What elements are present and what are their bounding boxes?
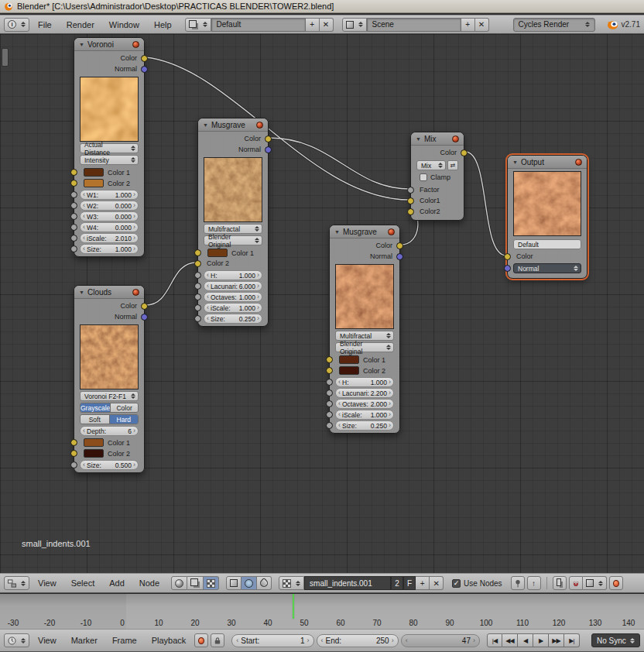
node-musgrave-1[interactable]: ▼ Musgrave Color Normal Multifractal Ble… (197, 118, 269, 327)
menu-render[interactable]: Render (60, 15, 101, 33)
start-frame-field[interactable]: ‹ Start: 1 › (231, 634, 313, 647)
color1-swatch[interactable] (207, 249, 228, 257)
increment-arrow-icon[interactable]: › (257, 282, 259, 290)
browse-texture-button[interactable] (279, 576, 304, 590)
menu-view[interactable]: View (32, 630, 63, 651)
menu-node[interactable]: Node (133, 574, 166, 592)
slider-octaves[interactable]: ‹ Octaves: 2.000 › (335, 399, 394, 409)
slider-size[interactable]: ‹ Size: 1.000 › (80, 244, 139, 254)
socket-lacunarity-input[interactable] (326, 389, 333, 396)
play-button[interactable]: ▶ (533, 633, 549, 647)
output-name-field[interactable]: Default (513, 239, 581, 249)
timeline-region[interactable]: -30 -20 -10 0 10 20 30 40 50 60 70 80 90… (0, 593, 644, 629)
increment-arrow-icon[interactable]: › (389, 400, 391, 408)
collapse-icon[interactable]: ▼ (79, 42, 84, 47)
increment-arrow-icon[interactable]: › (133, 234, 135, 242)
add-scene-button[interactable]: + (461, 18, 475, 32)
normal-dropdown[interactable]: Normal (513, 263, 581, 273)
use-nodes-row[interactable]: ✓ Use Nodes (452, 579, 502, 588)
pin-button[interactable] (511, 576, 525, 590)
decrement-arrow-icon[interactable]: ‹ (83, 427, 85, 435)
socket-color1-input[interactable] (326, 356, 333, 363)
noise-basis-dropdown[interactable]: Blender Original (204, 235, 262, 245)
increment-arrow-icon[interactable]: › (133, 212, 135, 221)
socket-normal-output[interactable] (396, 253, 403, 260)
socket-color2-input[interactable] (70, 450, 77, 457)
socket-lacunarity-input[interactable] (194, 283, 201, 290)
node-header[interactable]: ▼ Musgrave (330, 225, 399, 238)
editor-type-button[interactable]: i (4, 18, 29, 32)
unlink-texture-button[interactable]: ✕ (430, 576, 444, 590)
menu-playback[interactable]: Playback (146, 630, 193, 651)
increment-arrow-icon[interactable]: › (389, 421, 391, 430)
node-editor-canvas[interactable]: ▼ Voronoi Color Normal Actual Distance I… (0, 34, 644, 573)
brush-textures-button[interactable] (257, 576, 272, 590)
close-scene-button[interactable]: ✕ (475, 18, 489, 32)
collapse-icon[interactable]: ▼ (79, 290, 84, 295)
slider-w4[interactable]: ‹ W4: 0.000 › (80, 222, 139, 232)
socket-color-output[interactable] (396, 242, 403, 249)
menu-add[interactable]: Add (103, 574, 131, 592)
editor-type-button[interactable] (4, 633, 29, 647)
color2-swatch[interactable] (84, 449, 104, 458)
socket-color1-input[interactable] (70, 169, 77, 176)
texture-name-field[interactable]: small_indents.001 (304, 576, 391, 590)
collapse-icon[interactable]: ▼ (203, 122, 208, 128)
decrement-arrow-icon[interactable]: ‹ (83, 201, 85, 210)
slider-h[interactable]: ‹ H: 1.000 › (335, 377, 394, 387)
socket-factor-input[interactable] (407, 187, 414, 194)
increment-arrow-icon[interactable]: › (133, 461, 135, 469)
noise-basis-dropdown[interactable]: Voronoi F2-F1 (80, 391, 139, 401)
socket-h-input[interactable] (326, 379, 333, 386)
editor-type-button[interactable] (4, 576, 29, 590)
jump-to-end-button[interactable]: ▶| (564, 633, 580, 647)
increment-arrow-icon[interactable]: › (389, 378, 391, 386)
collapse-icon[interactable]: ▼ (416, 136, 421, 142)
increment-arrow-icon[interactable]: › (133, 201, 135, 210)
slider-w3[interactable]: ‹ W3: 0.000 › (80, 211, 139, 221)
browse-layouts-button[interactable] (185, 18, 211, 32)
blend-mode-dropdown[interactable]: Mix (416, 160, 446, 170)
coloring-dropdown[interactable]: Intensity (80, 155, 139, 165)
node-mix[interactable]: ▼ Mix Color Mix ⇄ Clamp Factor Color1 Co… (410, 132, 464, 221)
next-keyframe-button[interactable]: ▶▶ (549, 633, 564, 647)
window-titlebar[interactable]: Blender* [C:\Users\Administrador\Desktop… (0, 0, 644, 13)
add-layout-button[interactable]: + (306, 18, 320, 32)
menu-view[interactable]: View (32, 574, 63, 592)
texture-tree-button[interactable] (204, 576, 219, 590)
slider-lacunarity[interactable]: ‹ Lacunari: 6.000 › (204, 281, 262, 291)
increment-arrow-icon[interactable]: › (473, 637, 475, 645)
socket-size-input[interactable] (70, 462, 77, 468)
socket-color2-input[interactable] (194, 260, 201, 267)
sync-mode-dropdown[interactable]: No Sync (591, 633, 640, 647)
increment-arrow-icon[interactable]: › (133, 190, 135, 199)
decrement-arrow-icon[interactable]: ‹ (207, 282, 209, 290)
slider-octaves[interactable]: ‹ Octaves: 1.000 › (204, 292, 262, 302)
decrement-arrow-icon[interactable]: ‹ (207, 293, 209, 301)
use-nodes-checkbox[interactable]: ✓ (452, 579, 461, 588)
menu-window[interactable]: Window (103, 15, 146, 33)
socket-iscale-input[interactable] (70, 235, 77, 242)
decrement-arrow-icon[interactable]: ‹ (338, 378, 341, 386)
socket-octaves-input[interactable] (194, 293, 201, 300)
slider-iscale[interactable]: ‹ iScale: 1.000 › (204, 303, 262, 313)
increment-arrow-icon[interactable]: › (392, 637, 394, 645)
decrement-arrow-icon[interactable]: ‹ (236, 637, 238, 645)
decrement-arrow-icon[interactable]: ‹ (83, 223, 85, 232)
shader-tree-button[interactable] (171, 576, 187, 590)
slider-size[interactable]: ‹ Size: 0.500 › (80, 460, 139, 470)
increment-arrow-icon[interactable]: › (133, 245, 135, 253)
distance-metric-dropdown[interactable]: Actual Distance (80, 143, 139, 153)
socket-iscale-input[interactable] (326, 411, 333, 418)
increment-arrow-icon[interactable]: › (257, 304, 259, 312)
menu-marker[interactable]: Marker (65, 630, 104, 651)
decrement-arrow-icon[interactable]: ‹ (338, 400, 341, 408)
node-musgrave-2[interactable]: ▼ Musgrave Color Normal Multifractal Ble… (329, 225, 400, 434)
decrement-arrow-icon[interactable]: ‹ (321, 637, 324, 645)
copy-node-button[interactable] (553, 576, 567, 590)
node-header[interactable]: ▼ Clouds (74, 286, 144, 299)
swap-colors-icon[interactable]: ⇄ (447, 160, 458, 170)
socket-w2-input[interactable] (70, 202, 77, 209)
menu-select[interactable]: Select (65, 574, 101, 592)
collapse-icon[interactable]: ▼ (334, 229, 340, 235)
